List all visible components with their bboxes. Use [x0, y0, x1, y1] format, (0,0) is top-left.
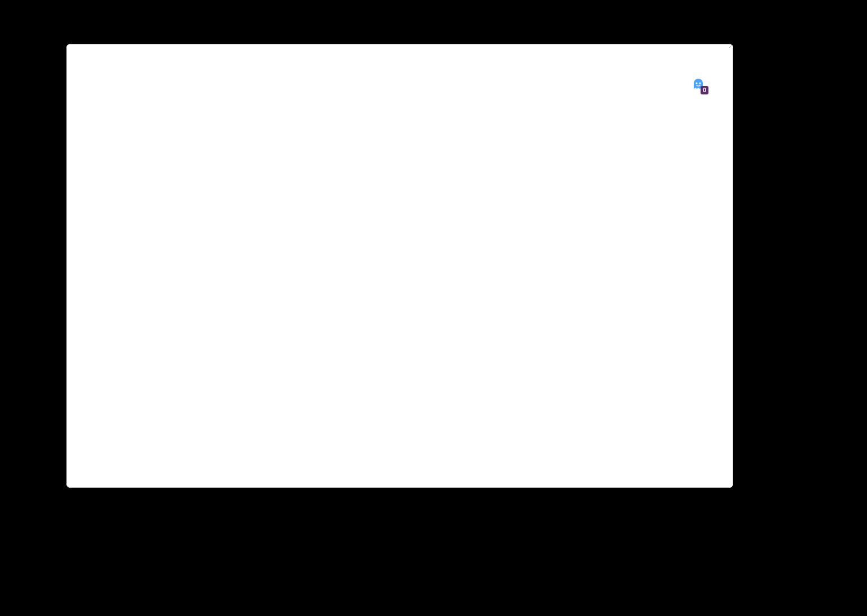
ghostery-extension-icon[interactable]: 0	[692, 78, 705, 91]
toolbar: localhost/games/	[66, 69, 733, 100]
extension-badge: 0	[701, 86, 708, 94]
address-bar[interactable]: localhost/games/	[146, 74, 661, 95]
svg-point-3	[696, 82, 697, 84]
svg-point-4	[699, 82, 701, 84]
browser-window: Index of /games/ × Crysfel	[66, 44, 733, 488]
file-icon	[152, 79, 161, 90]
